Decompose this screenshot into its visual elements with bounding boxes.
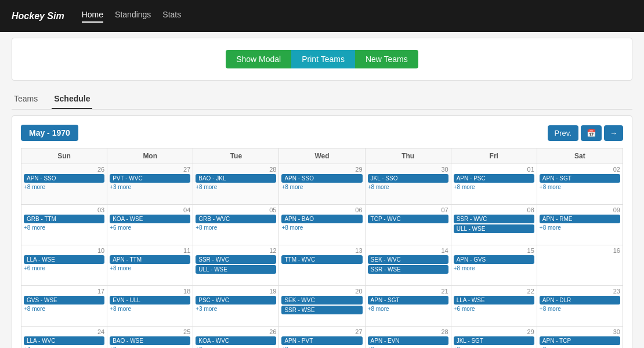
calendar-icon-button[interactable]: 📅: [581, 125, 602, 141]
nav-link-stats[interactable]: Stats: [162, 10, 181, 23]
toolbar-card: Show Modal Print Teams New Teams: [12, 38, 632, 81]
tabs: Teams Schedule: [12, 89, 632, 110]
next-button[interactable]: →: [604, 125, 623, 141]
cell-date: 16: [540, 247, 620, 254]
event-badge[interactable]: SSR - WSE: [368, 265, 448, 274]
event-more[interactable]: +6 more: [24, 265, 104, 271]
event-more[interactable]: +8 more: [368, 184, 448, 190]
cell-date: 13: [281, 247, 362, 254]
event-badge[interactable]: KOA - WSE: [110, 215, 190, 223]
event-more[interactable]: +8 more: [540, 184, 620, 190]
event-badge[interactable]: APN - SSO: [281, 174, 362, 183]
event-badge[interactable]: GRB - TTM: [24, 215, 104, 223]
cell-date: 08: [454, 206, 534, 213]
event-badge[interactable]: APN - RME: [540, 215, 620, 223]
event-badge[interactable]: BAO - WSE: [110, 336, 190, 345]
event-badge[interactable]: ULL - WSE: [196, 265, 276, 274]
event-badge[interactable]: TTM - WVC: [281, 255, 362, 264]
cell-date: 01: [454, 166, 534, 173]
event-more[interactable]: +8 more: [454, 265, 534, 271]
event-more[interactable]: +8 more: [540, 224, 620, 231]
event-badge[interactable]: EVN - ULL: [110, 296, 190, 304]
event-more[interactable]: +8 more: [454, 184, 534, 190]
new-teams-button[interactable]: New Teams: [355, 50, 418, 68]
event-more[interactable]: +8 more: [24, 224, 104, 231]
event-badge[interactable]: APN - SGT: [540, 174, 620, 183]
event-badge[interactable]: SSR - WVC: [454, 215, 534, 223]
event-more[interactable]: +8 more: [110, 265, 190, 271]
calendar-header: May - 1970 Prev. 📅 →: [21, 125, 623, 141]
event-badge[interactable]: APN - PSC: [454, 174, 534, 183]
calendar-cell: 04KOA - WSE+6 more: [107, 205, 193, 245]
calendar-cell: 01APN - PSC+8 more: [451, 164, 537, 205]
event-badge[interactable]: APN - SGT: [368, 296, 448, 304]
cell-date: 05: [196, 206, 276, 213]
cell-date: 15: [454, 247, 534, 254]
event-more[interactable]: +6 more: [454, 306, 534, 312]
calendar-cell: 02APN - SGT+8 more: [537, 164, 623, 205]
event-more[interactable]: +8 more: [281, 184, 362, 190]
cell-date: 24: [24, 328, 104, 335]
event-more[interactable]: +8 more: [196, 224, 276, 231]
event-badge[interactable]: KOA - WVC: [196, 336, 276, 345]
prev-button[interactable]: Prev.: [548, 125, 578, 141]
calendar-cell: 30JKL - SSO+8 more: [366, 164, 451, 205]
day-header: Sun: [21, 148, 107, 164]
event-badge[interactable]: PSC - WVC: [196, 296, 276, 304]
cell-date: 30: [368, 166, 448, 173]
event-badge[interactable]: SSR - WSE: [281, 306, 362, 314]
tab-teams[interactable]: Teams: [12, 89, 40, 109]
event-badge[interactable]: ULL - WSE: [454, 224, 534, 233]
cell-date: 29: [281, 166, 362, 173]
calendar-cell: 26KOA - WVC+6 more: [193, 327, 279, 348]
nav-link-standings[interactable]: Standings: [115, 10, 151, 23]
event-more[interactable]: +8 more: [24, 184, 104, 190]
event-more[interactable]: +8 more: [196, 184, 276, 190]
event-badge[interactable]: APN - TCP: [540, 336, 620, 345]
calendar-cell: 25BAO - WSE+8 more: [107, 327, 193, 348]
event-more[interactable]: +8 more: [24, 306, 104, 312]
cell-date: 26: [24, 166, 104, 173]
event-more[interactable]: +8 more: [110, 306, 190, 312]
event-badge[interactable]: PVT - WVC: [110, 174, 190, 183]
event-badge[interactable]: APN - GVS: [454, 255, 534, 264]
event-badge[interactable]: APN - SSO: [24, 174, 104, 183]
event-more[interactable]: +3 more: [110, 184, 190, 190]
cell-date: 17: [24, 288, 104, 295]
event-more[interactable]: +8 more: [540, 306, 620, 312]
event-badge[interactable]: GRB - WVC: [196, 215, 276, 223]
nav-link-home[interactable]: Home: [82, 10, 103, 23]
event-badge[interactable]: BAO - JKL: [196, 174, 276, 183]
calendar-cell: 29JKL - SGT+8 more: [451, 327, 537, 348]
event-badge[interactable]: JKL - SGT: [454, 336, 534, 345]
show-modal-button[interactable]: Show Modal: [226, 50, 291, 68]
event-badge[interactable]: SEK - WVC: [281, 296, 362, 304]
event-badge[interactable]: APN - BAO: [281, 215, 362, 223]
calendar-month-badge: May - 1970: [21, 125, 78, 141]
cell-date: 29: [454, 328, 534, 335]
event-more[interactable]: +6 more: [110, 224, 190, 231]
event-badge[interactable]: LLA - WSE: [24, 255, 104, 264]
cell-date: 07: [368, 206, 448, 213]
cell-date: 02: [540, 166, 620, 173]
calendar-cell: 10LLA - WSE+6 more: [21, 245, 107, 286]
event-more[interactable]: +8 more: [281, 224, 362, 231]
event-badge[interactable]: APN - TTM: [110, 255, 190, 264]
event-badge[interactable]: SSR - WVC: [196, 255, 276, 264]
cell-date: 20: [281, 288, 362, 295]
event-badge[interactable]: APN - PVT: [281, 336, 362, 345]
tab-schedule[interactable]: Schedule: [52, 89, 92, 109]
event-badge[interactable]: SEK - WVC: [368, 255, 448, 264]
event-more[interactable]: +8 more: [368, 306, 448, 312]
event-badge[interactable]: JKL - SSO: [368, 174, 448, 183]
event-badge[interactable]: TCP - WVC: [368, 215, 448, 223]
event-badge[interactable]: LLA - WVC: [24, 336, 104, 345]
event-badge[interactable]: GVS - WSE: [24, 296, 104, 304]
cell-date: 30: [540, 328, 620, 335]
event-more[interactable]: +3 more: [196, 306, 276, 312]
event-badge[interactable]: APN - EVN: [368, 336, 448, 345]
print-teams-button[interactable]: Print Teams: [291, 50, 355, 68]
event-badge[interactable]: LLA - WSE: [454, 296, 534, 304]
cell-date: 03: [24, 206, 104, 213]
event-badge[interactable]: APN - DLR: [540, 296, 620, 304]
